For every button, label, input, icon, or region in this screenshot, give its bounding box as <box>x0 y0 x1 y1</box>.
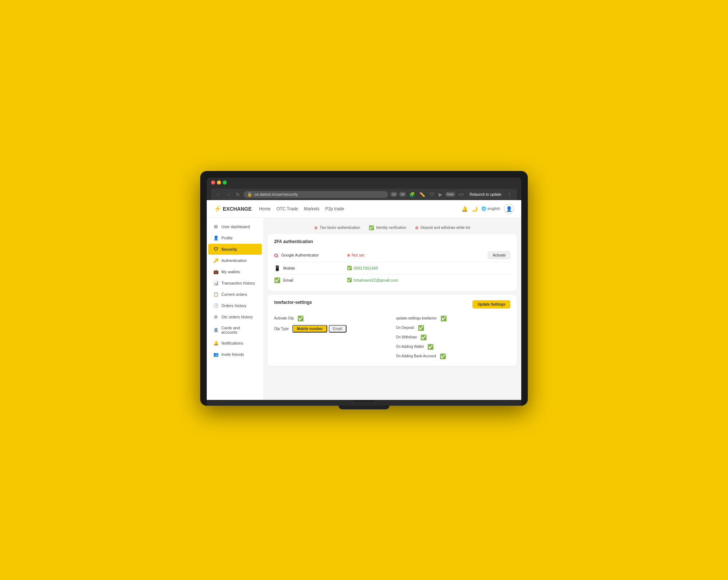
notifications-icon[interactable]: 🔔 <box>462 206 468 212</box>
mobile-row: 📱 Mobile ✅ 09917001499 <box>274 262 510 274</box>
activate-otp-row: Activate Otp ✅ <box>274 314 389 323</box>
sidebar-label-otc-orders-history: Otc orders history <box>221 315 253 319</box>
sidebar-item-authentication[interactable]: 🔑 Authentication <box>208 255 262 266</box>
sidebar-item-invite-friends[interactable]: 👥 Invite friends <box>208 349 262 360</box>
on-adding-bank-account-check: ✅ <box>440 353 446 359</box>
email-address: hrbahrami22@gmail.com <box>353 278 398 282</box>
sidebar-label-cards-and-accounts: Cards and accounts <box>221 326 257 334</box>
video-icon[interactable]: ▶ <box>437 191 444 198</box>
puzzle-icon[interactable]: ✏️ <box>418 191 427 198</box>
update-settings-towfactor-label: update-settings-towfactor <box>396 316 437 320</box>
main-nav: Home OTC Trade Markets P2p trade <box>259 206 454 211</box>
theme-toggle-icon[interactable]: 🌙 <box>471 206 478 212</box>
extension-badge-2[interactable]: 36 <box>399 192 406 197</box>
status-identity: ✅ Identity verification <box>369 225 406 230</box>
activate-otp-check[interactable]: ✅ <box>297 315 304 321</box>
sidebar-label-current-orders: Current orders <box>221 292 247 297</box>
email-label: Email <box>283 278 293 282</box>
mobile-status: ✅ 09917001499 <box>347 266 510 270</box>
email-provider: ✅ Email <box>274 277 347 283</box>
on-adding-wallet-label: On Adding Wallet <box>396 345 424 349</box>
sidebar-item-user-dashboard[interactable]: ⊞ User dashboard <box>208 221 262 232</box>
language-selector[interactable]: 🌐 english <box>481 206 500 211</box>
sidebar-item-my-wallets[interactable]: 💼 My wallets <box>208 266 262 277</box>
nav-otc-trade[interactable]: OTC Trade <box>276 206 298 211</box>
activate-button[interactable]: Activate <box>488 251 510 259</box>
nav-markets[interactable]: Markets <box>304 206 320 211</box>
email-verified-status: ✅ hrbahrami22@gmail.com <box>347 278 398 282</box>
laptop-base <box>207 400 521 406</box>
extensions-icon[interactable]: 🧩 <box>408 191 416 198</box>
sidebar-item-orders-history[interactable]: 🕐 Orders history <box>208 300 262 311</box>
otc-icon: ⊜ <box>213 314 218 319</box>
sidebar-item-otc-orders-history[interactable]: ⊜ Otc orders history <box>208 311 262 322</box>
sidebar-label-invite-friends: Invite friends <box>221 352 244 357</box>
status-whitelist-label: Deposit and withdraw white list <box>420 226 470 230</box>
profile-icon: 👤 <box>213 235 218 241</box>
status-whitelist: ⊗ Deposit and withdraw white list <box>415 225 470 230</box>
url-text: ce.datest.ir/user/security <box>254 192 298 196</box>
otp-type-label: Otp Type <box>274 327 289 331</box>
sidebar-label-orders-history: Orders history <box>221 303 246 308</box>
settings-card-header: towfactor-settings Update Settings <box>274 300 510 309</box>
nav-home[interactable]: Home <box>259 206 270 211</box>
nav-p2p[interactable]: P2p trade <box>325 206 344 211</box>
sidebar: ⊞ User dashboard 👤 Profile 🛡 Security 🔑 … <box>207 218 263 400</box>
transaction-icon: 📊 <box>213 281 218 286</box>
extension-badge-1[interactable]: 18 <box>390 192 397 197</box>
forward-button[interactable]: → <box>225 191 232 198</box>
not-set-icon: ⊗ <box>347 253 350 258</box>
logo-text: EXCHANGE <box>223 206 252 212</box>
minimize-button[interactable] <box>217 180 221 184</box>
back-button[interactable]: ← <box>215 191 222 198</box>
update-settings-button[interactable]: Update Settings <box>472 300 510 309</box>
security-icon: 🛡 <box>213 247 218 252</box>
relaunch-button[interactable]: Relaunch to update <box>467 191 504 198</box>
shield-icon[interactable]: 🛡 <box>428 191 436 198</box>
sidebar-item-notifications[interactable]: 🔔 Notifications <box>208 338 262 349</box>
reload-button[interactable]: ↻ <box>234 191 241 198</box>
main-content: ⊗ Two factor authentication ✅ Identity v… <box>263 218 521 400</box>
mobile-check-icon: ✅ <box>347 266 352 270</box>
email-icon: ✅ <box>274 277 280 283</box>
email-check-icon: ✅ <box>347 278 352 282</box>
user-avatar[interactable]: 👤 <box>504 204 514 214</box>
sidebar-label-profile: Profile <box>221 236 233 240</box>
otp-mobile-option[interactable]: Mobile number <box>292 325 327 333</box>
otp-type-row: Otp Type Mobile number Email <box>274 323 389 334</box>
logo[interactable]: ⚡ EXCHANGE <box>214 205 252 212</box>
maximize-button[interactable] <box>223 180 227 184</box>
cards-icon: 🏦 <box>213 327 218 333</box>
sidebar-item-profile[interactable]: 👤 Profile <box>208 233 262 243</box>
header-actions: 🔔 🌙 🌐 english 👤 <box>462 204 514 214</box>
sidebar-item-security[interactable]: 🛡 Security <box>208 244 262 255</box>
status-twofa: ⊗ Two factor authentication <box>314 225 360 230</box>
on-withdraw-label: On Withdraw <box>396 335 417 339</box>
identity-status-icon: ✅ <box>369 225 374 230</box>
twofa-card: 2FA authentication G Google Authenticato… <box>268 234 517 291</box>
status-identity-label: Identity verification <box>376 226 406 230</box>
settings-left-col: Activate Otp ✅ Otp Type Mobile number Em… <box>274 314 389 361</box>
otp-email-option[interactable]: Email <box>329 325 347 333</box>
address-bar[interactable]: 🔒 ce.datest.ir/user/security <box>244 191 388 198</box>
sidebar-label-security: Security <box>221 247 237 251</box>
email-row: ✅ Email ✅ hrbahrami22@gmail.com <box>274 274 510 286</box>
twofa-status-icon: ⊗ <box>314 225 318 230</box>
code-icon[interactable]: <> <box>457 191 465 198</box>
status-twofa-label: Two factor authentication <box>320 226 360 230</box>
sidebar-item-current-orders[interactable]: 📋 Current orders <box>208 289 262 300</box>
mobile-label: Mobile <box>283 266 295 270</box>
close-button[interactable] <box>211 180 215 184</box>
sidebar-label-my-wallets: My wallets <box>221 270 240 274</box>
sidebar-item-cards-and-accounts[interactable]: 🏦 Cards and accounts <box>208 323 262 337</box>
menu-icon[interactable]: ⋮ <box>506 191 513 198</box>
new-badge: New <box>445 192 455 197</box>
activate-otp-label: Activate Otp <box>274 316 294 320</box>
settings-grid: Activate Otp ✅ Otp Type Mobile number Em… <box>274 314 510 361</box>
wallet-icon: 💼 <box>213 269 218 274</box>
current-orders-icon: 📋 <box>213 292 218 297</box>
update-settings-towfactor-check: ✅ <box>440 315 447 321</box>
orders-history-icon: 🕐 <box>213 303 218 308</box>
sidebar-item-transaction-history[interactable]: 📊 Transaction history <box>208 278 262 289</box>
laptop-stand <box>339 406 389 409</box>
